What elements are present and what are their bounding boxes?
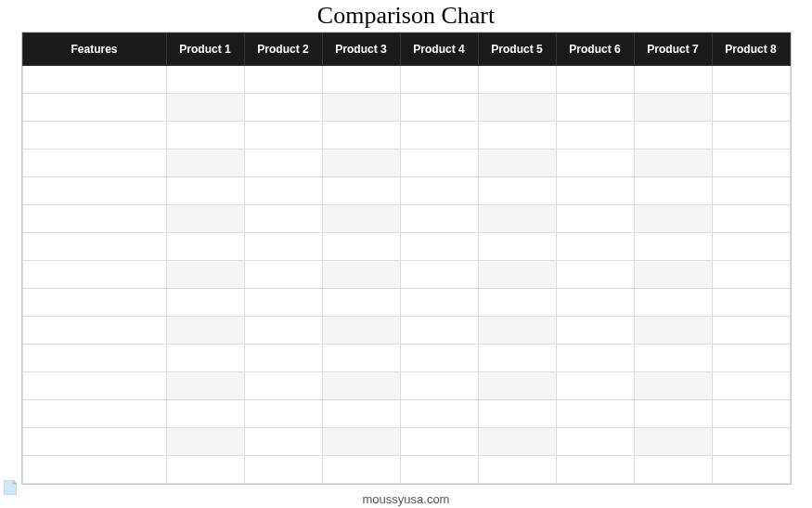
cell-product	[322, 205, 400, 233]
comparison-table-container: Features Product 1 Product 2 Product 3 P…	[21, 32, 792, 485]
cell-features	[22, 317, 166, 345]
table-row	[22, 428, 790, 456]
header-product-2: Product 2	[244, 33, 322, 66]
cell-product	[556, 400, 634, 428]
cell-product	[556, 122, 634, 150]
cell-features	[22, 372, 166, 400]
cell-product	[400, 94, 478, 122]
cell-product	[400, 150, 478, 177]
cell-product	[322, 94, 400, 122]
cell-features	[22, 94, 166, 122]
cell-product	[400, 233, 478, 261]
cell-product	[166, 456, 244, 484]
cell-product	[244, 456, 322, 484]
header-product-1: Product 1	[166, 33, 244, 66]
cell-product	[478, 177, 556, 205]
cell-product	[166, 428, 244, 456]
cell-product	[244, 205, 322, 233]
cell-product	[556, 372, 634, 400]
cell-product	[322, 122, 400, 150]
cell-product	[322, 150, 400, 177]
cell-product	[322, 66, 400, 94]
header-features: Features	[22, 33, 166, 66]
table-row	[22, 94, 790, 122]
cell-product	[322, 345, 400, 372]
header-product-6: Product 6	[556, 33, 634, 66]
cell-product	[556, 66, 634, 94]
cell-product	[244, 372, 322, 400]
cell-product	[322, 177, 400, 205]
cell-product	[712, 94, 790, 122]
cell-product	[244, 289, 322, 317]
cell-product	[634, 372, 712, 400]
table-row	[22, 150, 790, 177]
cell-product	[478, 317, 556, 345]
cell-features	[22, 456, 166, 484]
cell-product	[400, 372, 478, 400]
cell-product	[322, 428, 400, 456]
table-row	[22, 317, 790, 345]
header-product-7: Product 7	[634, 33, 712, 66]
cell-product	[244, 150, 322, 177]
cell-features	[22, 289, 166, 317]
cell-product	[556, 177, 634, 205]
cell-features	[22, 233, 166, 261]
cell-product	[322, 261, 400, 289]
cell-features	[22, 205, 166, 233]
comparison-table: Features Product 1 Product 2 Product 3 P…	[22, 33, 791, 484]
cell-product	[634, 150, 712, 177]
cell-product	[478, 261, 556, 289]
cell-product	[166, 233, 244, 261]
cell-product	[712, 66, 790, 94]
cell-product	[166, 372, 244, 400]
cell-product	[478, 428, 556, 456]
cell-product	[244, 428, 322, 456]
header-product-5: Product 5	[478, 33, 556, 66]
cell-features	[22, 345, 166, 372]
cell-product	[712, 345, 790, 372]
table-body	[22, 66, 790, 484]
cell-product	[322, 400, 400, 428]
cell-features	[22, 66, 166, 94]
cell-product	[478, 150, 556, 177]
cell-product	[166, 345, 244, 372]
table-row	[22, 345, 790, 372]
cell-product	[634, 66, 712, 94]
cell-features	[22, 122, 166, 150]
cell-product	[712, 317, 790, 345]
cell-product	[556, 289, 634, 317]
cell-product	[634, 205, 712, 233]
cell-product	[244, 317, 322, 345]
cell-product	[166, 66, 244, 94]
cell-product	[166, 177, 244, 205]
cell-product	[634, 345, 712, 372]
cell-product	[556, 150, 634, 177]
cell-product	[400, 261, 478, 289]
cell-product	[478, 122, 556, 150]
cell-product	[322, 233, 400, 261]
cell-product	[244, 233, 322, 261]
cell-product	[166, 317, 244, 345]
cell-product	[634, 94, 712, 122]
cell-product	[634, 177, 712, 205]
cell-product	[634, 317, 712, 345]
cell-product	[634, 428, 712, 456]
table-row	[22, 66, 790, 94]
cell-product	[478, 372, 556, 400]
table-row	[22, 233, 790, 261]
table-header-row: Features Product 1 Product 2 Product 3 P…	[22, 33, 790, 66]
cell-product	[166, 150, 244, 177]
page-fold-icon	[4, 480, 17, 495]
cell-product	[400, 428, 478, 456]
cell-product	[400, 317, 478, 345]
cell-product	[712, 233, 790, 261]
cell-product	[634, 122, 712, 150]
cell-product	[322, 456, 400, 484]
cell-product	[634, 233, 712, 261]
cell-product	[712, 372, 790, 400]
cell-product	[712, 289, 790, 317]
cell-product	[400, 205, 478, 233]
cell-product	[712, 456, 790, 484]
cell-product	[400, 289, 478, 317]
cell-product	[556, 233, 634, 261]
